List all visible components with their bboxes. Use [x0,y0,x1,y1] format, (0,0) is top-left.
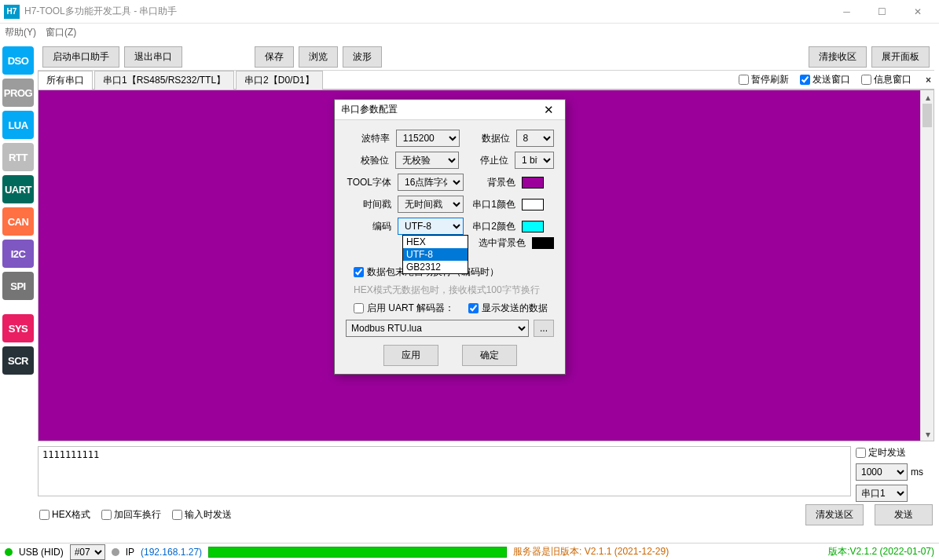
bgcolor-label: 背景色 [470,176,515,189]
sidetab-uart[interactable]: UART [2,175,34,203]
ip-status-icon [112,548,119,556]
s2color-label: 串口2颜色 [470,220,515,233]
timestamp-label: 时间戳 [346,198,391,211]
sidetab-i2c[interactable]: I2C [2,240,34,268]
s2color-swatch[interactable] [522,221,544,232]
sidetab-lua[interactable]: LUA [2,111,34,139]
hex-format-check[interactable]: HEX格式 [39,508,90,522]
baud-select[interactable]: 115200 [396,130,460,147]
client-version: 版本:V2.1.2 (2022-01-07) [828,545,934,558]
databits-select[interactable]: 8 [516,130,554,147]
s1color-swatch[interactable] [522,199,544,210]
interval-select[interactable]: 1000 [856,463,908,481]
start-serial-button[interactable]: 启动串口助手 [42,46,119,68]
info-window-check[interactable]: 信息窗口 [861,73,911,86]
selbg-label: 选中背景色 [479,236,526,250]
menubar: 帮助(Y) 窗口(Z) [0,24,939,41]
lua-script-select[interactable]: Modbus RTU.lua [346,320,529,337]
sidetab-rtt[interactable]: RTT [2,143,34,171]
stopbits-select[interactable]: 1 bit [515,152,554,169]
tab-serial2[interactable]: 串口2【D0/D1】 [236,71,323,90]
exit-serial-button[interactable]: 退出串口 [124,46,182,68]
clear-recv-button[interactable]: 清接收区 [809,46,867,68]
s1color-label: 串口1颜色 [470,198,515,211]
usb-status-icon [5,548,13,556]
side-tabs: DSO PROG LUA RTT UART CAN I2C SPI SYS SC… [0,44,38,379]
uart-decoder-check[interactable]: 启用 UART 解码器： [354,302,454,315]
sidetab-scr[interactable]: SCR [2,346,34,375]
toolbar: 启动串口助手 退出串口 保存 浏览 波形 清接收区 展开面板 [38,44,934,71]
titlebar: H7 H7-TOOL多功能开发工具 - 串口助手 ─ ☐ ✕ [0,0,939,24]
encoding-label: 编码 [346,220,391,233]
sidetab-sys[interactable]: SYS [2,314,34,342]
status-bar: USB (HID) #07 IP (192.168.1.27) 服务器是旧版本:… [0,543,939,560]
scroll-down-icon[interactable]: ▾ [921,427,934,441]
font-label: TOOL字体 [346,176,391,189]
hexwrap-note: HEX模式无数据包时，接收模式100字节换行 [354,284,540,297]
scroll-up-icon[interactable]: ▴ [921,90,934,104]
timed-send-check[interactable]: 定时发送 [856,446,934,459]
baud-label: 波特率 [346,132,390,145]
send-textarea[interactable]: 1111111111 [38,446,851,496]
serial-tabs: 所有串口 串口1【RS485/RS232/TTL】 串口2【D0/D1】 暂停刷… [38,71,934,90]
sidetab-prog[interactable]: PROG [2,79,34,107]
close-tabrow-icon[interactable]: × [926,75,931,86]
sidetab-can[interactable]: CAN [2,207,34,236]
encoding-opt-utf8[interactable]: UTF-8 [403,248,468,261]
bgcolor-swatch[interactable] [522,177,544,188]
parity-select[interactable]: 无校验 [395,152,459,169]
send-window-check[interactable]: 发送窗口 [800,73,850,86]
selbg-swatch[interactable] [532,237,554,249]
browse-button[interactable]: 浏览 [299,46,338,68]
databits-label: 数据位 [466,132,510,145]
encoding-select[interactable]: UTF-8 [398,218,464,235]
encoding-opt-gb2312[interactable]: GB2312 [403,261,468,273]
crlf-check[interactable]: 加回车换行 [101,508,161,522]
parity-label: 校验位 [346,154,389,167]
close-button[interactable]: ✕ [900,0,935,24]
wave-button[interactable]: 波形 [343,46,382,68]
interval-unit: ms [911,467,923,478]
tab-serial1[interactable]: 串口1【RS485/RS232/TTL】 [94,71,234,90]
minimize-button[interactable]: ─ [829,0,864,24]
timestamp-select[interactable]: 无时间戳 [398,196,464,213]
lua-browse-button[interactable]: ... [534,320,554,337]
menu-help[interactable]: 帮助(Y) [5,26,36,39]
sidetab-spi[interactable]: SPI [2,272,34,300]
ok-button[interactable]: 确定 [462,345,517,366]
serial-config-dialog: 串口参数配置 ✕ 波特率 115200 数据位 8 校验位 无校验 停止位 1 … [334,99,566,375]
dialog-title: 串口参数配置 [341,103,538,116]
maximize-button[interactable]: ☐ [864,0,900,24]
save-button[interactable]: 保存 [255,46,294,68]
addr-select[interactable]: #07 [70,544,105,560]
ip-value: (192.168.1.27) [141,547,202,558]
sidetab-dso[interactable]: DSO [2,46,34,75]
show-sent-check[interactable]: 显示发送的数据 [468,302,548,315]
window-title: H7-TOOL多功能开发工具 - 串口助手 [24,5,829,18]
stopbits-label: 停止位 [465,154,508,167]
encoding-dropdown[interactable]: HEX UTF-8 GB2312 [402,235,468,274]
server-version: 服务器是旧版本: V2.1.1 (2021-12-29) [513,545,669,558]
send-port-select[interactable]: 串口1 [856,485,908,502]
menu-window[interactable]: 窗口(Z) [46,26,76,39]
usb-label: USB (HID) [19,547,64,558]
encoding-opt-hex[interactable]: HEX [403,236,468,248]
scroll-thumb[interactable] [922,104,932,127]
dialog-close-icon[interactable]: ✕ [538,100,559,120]
app-icon: H7 [4,5,20,19]
recv-scrollbar[interactable]: ▴ ▾ [920,90,933,441]
font-select[interactable]: 16点阵字体 [398,174,464,191]
send-on-enter-check[interactable]: 输入时发送 [172,508,232,522]
ip-label: IP [126,547,134,558]
tab-all-ports[interactable]: 所有串口 [38,71,93,90]
send-button[interactable]: 发送 [875,504,933,525]
progress-bar [208,547,507,558]
expand-panel-button[interactable]: 展开面板 [871,46,930,68]
pause-refresh-check[interactable]: 暂停刷新 [739,73,789,86]
clear-send-button[interactable]: 清发送区 [805,504,864,525]
apply-button[interactable]: 应用 [383,345,438,366]
